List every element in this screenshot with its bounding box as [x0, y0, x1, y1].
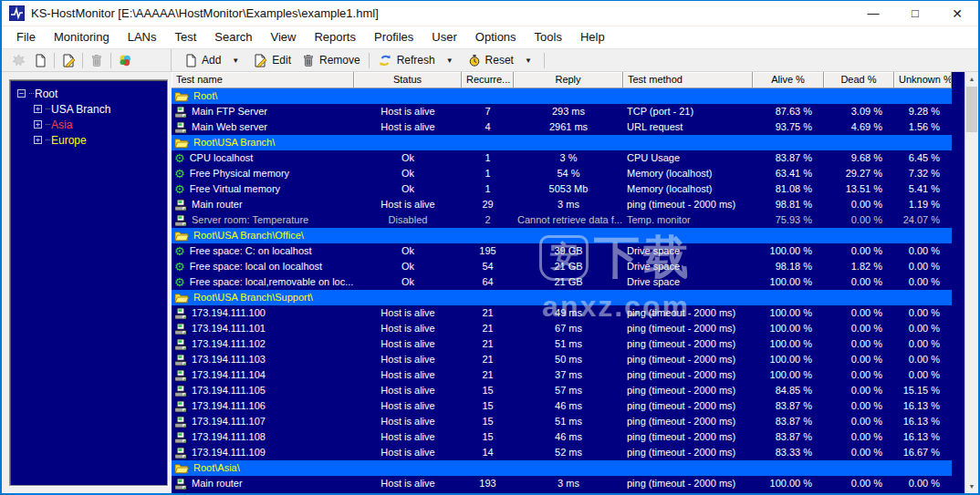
test-row[interactable]: ⚙Free space: local,removable on loc...Ok… — [172, 274, 952, 290]
folder-icon — [174, 460, 189, 476]
new-page-button[interactable] — [29, 50, 51, 70]
cell-dead-: 9.68 % — [824, 150, 894, 166]
cell-alive-: 83.87 % — [753, 414, 824, 429]
edit-page-button[interactable] — [57, 50, 79, 70]
vertical-scrollbar[interactable]: ▲ ▼ — [964, 72, 978, 493]
column-header-test-name[interactable]: Test name — [172, 72, 354, 88]
test-row[interactable]: Main Web serverHost is alive42961 msURL … — [172, 119, 952, 135]
menu-item-file[interactable]: File — [7, 26, 45, 48]
refresh-dropdown-icon[interactable]: ▼ — [441, 57, 463, 65]
cell-test-method: ping (timeout - 2000 ms) — [623, 445, 753, 460]
group-row[interactable]: Root\ — [172, 88, 952, 104]
menu-item-profiles[interactable]: Profiles — [365, 26, 422, 48]
tree-toggle-icon[interactable]: + — [34, 136, 42, 144]
minimize-button[interactable]: — — [852, 1, 894, 26]
add-dropdown-icon[interactable]: ▼ — [226, 57, 248, 65]
cell-recurre-: 54 — [462, 259, 514, 274]
menu-item-help[interactable]: Help — [571, 26, 614, 48]
add-button[interactable]: Add — [179, 50, 226, 70]
column-header-reply[interactable]: Reply — [514, 72, 623, 88]
tree-toggle-icon[interactable]: + — [34, 105, 42, 113]
menu-item-user[interactable]: User — [422, 26, 465, 48]
group-row[interactable]: Root\USA Branch\Office\ — [172, 228, 952, 243]
cell-recurre-: 21 — [462, 321, 514, 336]
menu-item-options[interactable]: Options — [466, 26, 526, 48]
cell-test-name: 173.194.111.106 — [172, 398, 354, 414]
test-row[interactable]: 173.194.111.104Host is alive2137 msping … — [172, 367, 952, 383]
scroll-up-icon[interactable]: ▲ — [965, 72, 978, 86]
test-row[interactable]: 173.194.111.103Host is alive2150 msping … — [172, 352, 952, 367]
menu-item-tools[interactable]: Tools — [526, 26, 571, 48]
cell-dead-: 0.00 % — [824, 398, 894, 414]
tree-toggle-icon[interactable]: − — [17, 89, 26, 98]
tree-item-asia[interactable]: +Asia — [10, 117, 167, 132]
reset-button[interactable]: Reset — [463, 50, 519, 70]
column-header-alive-[interactable]: Alive % — [753, 72, 824, 88]
column-header-dead-[interactable]: Dead % — [824, 72, 894, 88]
test-row[interactable]: Server room: TemperatureDisabled2Cannot … — [172, 212, 952, 228]
tree-item-europe[interactable]: +Europe — [10, 132, 167, 148]
scrollbar-thumb[interactable] — [966, 87, 977, 132]
cell-dead-: 0.00 % — [824, 321, 894, 336]
menu-item-reports[interactable]: Reports — [305, 26, 365, 48]
test-row[interactable]: ⚙Free space: C: on localhostOk19539 GBDr… — [172, 243, 952, 259]
group-row[interactable]: Root\USA Branch\Support\ — [172, 290, 952, 305]
test-row[interactable]: 173.194.111.106Host is alive1546 msping … — [172, 398, 952, 414]
toolbar-button-label: Add — [202, 54, 221, 67]
menu-item-lans[interactable]: LANs — [119, 26, 166, 48]
column-header-recurre-[interactable]: Recurre... — [462, 72, 514, 88]
server-icon — [174, 354, 187, 366]
menu-item-search[interactable]: Search — [205, 26, 261, 48]
group-row[interactable]: Root\Asia\ — [172, 460, 952, 476]
cell-alive-: 93.75 % — [753, 119, 824, 135]
test-row[interactable]: 173.194.111.105Host is alive1557 msping … — [172, 383, 952, 398]
remove-button[interactable]: Remove — [297, 50, 366, 70]
cell-recurre-: 15 — [462, 429, 514, 445]
reset-dropdown-icon[interactable]: ▼ — [519, 57, 541, 65]
test-row[interactable]: 173.194.111.102Host is alive2151 msping … — [172, 336, 952, 352]
test-row[interactable]: 173.194.111.109Host is alive1452 msping … — [172, 445, 952, 460]
cell-reply: 3 ms — [514, 197, 623, 212]
toolbar-separator — [82, 53, 83, 68]
refresh-button[interactable]: Refresh — [372, 50, 441, 70]
test-row[interactable]: Main routerHost is alive1933 msping (tim… — [172, 476, 952, 491]
edit-button[interactable]: Edit — [248, 50, 297, 70]
test-row[interactable]: Main FTP ServerHost is alive7293 msTCP (… — [172, 104, 952, 119]
test-row[interactable]: ⚙Free space: local on localhostOk5421 GB… — [172, 259, 952, 274]
column-header-status[interactable]: Status — [354, 72, 462, 88]
tree-item-label: Asia — [51, 119, 72, 131]
maximize-button[interactable]: □ — [894, 1, 936, 26]
menu-item-view[interactable]: View — [262, 26, 306, 48]
colors-button[interactable] — [114, 50, 136, 70]
trash-button[interactable] — [86, 50, 108, 70]
cell-dead-: 0.00 % — [824, 274, 894, 290]
cell-alive-: 83.87 % — [753, 150, 824, 166]
test-row[interactable]: 173.194.111.108Host is alive1546 msping … — [172, 429, 952, 445]
cell-alive-: 100.00 % — [753, 305, 824, 321]
cell-alive-: 100.00 % — [753, 321, 824, 336]
menu-item-monitoring[interactable]: Monitoring — [45, 26, 119, 48]
cell-status: Host is alive — [354, 197, 462, 212]
new-burst-button[interactable] — [7, 50, 29, 70]
column-header-unknown-[interactable]: Unknown % — [894, 72, 952, 88]
close-button[interactable]: ✕ — [936, 1, 978, 26]
column-header-test-method[interactable]: Test method — [623, 72, 753, 88]
cell-reply: 37 ms — [514, 367, 623, 383]
test-row[interactable]: 173.194.111.101Host is alive2167 msping … — [172, 321, 952, 336]
group-row[interactable]: Root\USA Branch\ — [172, 135, 952, 150]
tree-toggle-icon[interactable]: + — [34, 120, 42, 129]
test-row[interactable]: ⚙CPU localhostOk13 %CPU Usage83.87 %9.68… — [172, 150, 952, 166]
test-row[interactable]: 173.194.111.107Host is alive1551 msping … — [172, 414, 952, 429]
cell-reply: Cannot retrieve data f... — [514, 212, 623, 228]
menu-item-test[interactable]: Test — [165, 26, 205, 48]
test-row[interactable]: Main routerHost is alive293 msping (time… — [172, 197, 952, 212]
scroll-down-icon[interactable]: ▼ — [965, 480, 978, 493]
test-row[interactable]: ⚙Free Virtual memoryOk15053 MbMemory (lo… — [172, 181, 952, 197]
cell-recurre-: 21 — [462, 336, 514, 352]
tree-item-root[interactable]: −Root — [10, 86, 167, 101]
title-bar[interactable]: KS-HostMonitor [E:\AAAAA\HostMonitor\Exa… — [2, 1, 978, 26]
test-row[interactable]: ⚙Free Physical memoryOk154 %Memory (loca… — [172, 166, 952, 181]
tree-item-usa-branch[interactable]: +USA Branch — [10, 101, 167, 117]
server-icon — [174, 400, 187, 413]
test-row[interactable]: 173.194.111.100Host is alive2149 msping … — [172, 305, 952, 321]
